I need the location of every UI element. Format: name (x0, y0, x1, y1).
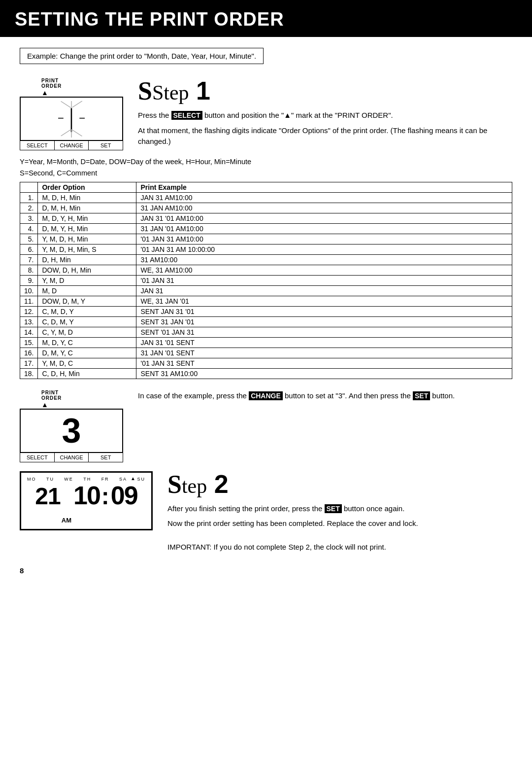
step1-text: Press the SELECT button and position the… (138, 108, 512, 147)
lcd-btn-select-2[interactable]: SELECT (20, 453, 55, 462)
col-order: Order Option (38, 182, 136, 192)
page-title: SETTING THE PRINT ORDER (15, 9, 517, 30)
table-row: 17.Y, M, D, C'01 JAN 31 SENT (20, 358, 512, 368)
table-row-num: 8. (20, 265, 38, 275)
lcd-btn-change-1[interactable]: CHANGE (55, 141, 89, 150)
table-row-order: Y, M, D, C (38, 358, 136, 368)
table-row: 10.M, DJAN 31 (20, 285, 512, 296)
table-row-num: 6. (20, 244, 38, 254)
lcd-btn-select-1[interactable]: SELECT (20, 141, 55, 150)
clock-hour: 10 (73, 483, 100, 508)
table-row: 15.M, D, Y, CJAN 31 '01 SENT (20, 337, 512, 348)
clock-minute: 09 (111, 483, 137, 508)
lcd-display-2: PRINT ORDER ▲ 3 SELECT CHANGE SET (20, 390, 123, 462)
col-num (20, 182, 38, 192)
table-row: 14.C, Y, M, DSENT '01 JAN 31 (20, 327, 512, 337)
lcd-btn-set-2[interactable]: SET (89, 453, 123, 462)
lcd-label-1: PRINT ORDER (20, 78, 123, 89)
col-print: Print Example (136, 182, 512, 192)
table-row-print: '01 JAN 31 AM 10:00:00 (136, 244, 512, 254)
step2-label: Step 2 (167, 471, 512, 497)
table-row-num: 7. (20, 254, 38, 265)
table-row-order: Y, M, D, H, Min (38, 234, 136, 244)
clock-date: 21 (35, 485, 60, 508)
table-row: 8.DOW, D, H, MinWE, 31 AM10:00 (20, 265, 512, 275)
table-row: 2.D, M, H, Min31 JAN AM10:00 (20, 203, 512, 213)
table-row-order: Y, M, D, H, Min, S (38, 244, 136, 254)
table-row-num: 12. (20, 306, 38, 316)
table-row-num: 14. (20, 327, 38, 337)
table-row: 9.Y, M, D'01 JAN 31 (20, 275, 512, 285)
table-row: 4.D, M, Y, H, Min31 JAN '01 AM10:00 (20, 223, 512, 234)
table-row: 16.D, M, Y, C31 JAN '01 SENT (20, 348, 512, 358)
table-row-num: 17. (20, 358, 38, 368)
table-row-num: 13. (20, 316, 38, 327)
lcd-btn-change-2[interactable]: CHANGE (55, 453, 89, 462)
table-row-order: Y, M, D (38, 275, 136, 285)
example-text: Example: Change the print order to "Mont… (27, 52, 256, 60)
table-row-print: JAN 31 (136, 285, 512, 296)
table-row-order: M, D, Y, C (38, 337, 136, 348)
select-highlight-1: SELECT (171, 111, 202, 120)
lcd-arrow-2: ▲ (20, 401, 48, 409)
table-row-num: 3. (20, 213, 38, 223)
lcd-clock-container: MO TU WE TH FR SA SU ▲ 21 AM 10 : 09 (20, 471, 153, 530)
table-row-num: 5. (20, 234, 38, 244)
table-row-print: SENT JAN 31 '01 (136, 306, 512, 316)
clock-top-arrow: ▲ (131, 476, 136, 481)
table-row-print: JAN 31 '01 AM10:00 (136, 213, 512, 223)
lcd-clock-box: MO TU WE TH FR SA SU ▲ 21 AM 10 : 09 (20, 471, 153, 530)
table-row-order: C, D, M, Y (38, 316, 136, 327)
lcd-btn-set-1[interactable]: SET (89, 141, 123, 150)
table-row-print: '01 JAN 31 SENT (136, 358, 512, 368)
table-row-order: D, H, Min (38, 254, 136, 265)
step2-change-text: In case of the example, press the CHANGE… (138, 390, 512, 402)
table-row: 3.M, D, Y, H, MinJAN 31 '01 AM10:00 (20, 213, 512, 223)
table-row-order: M, D, Y, H, Min (38, 213, 136, 223)
table-row-order: M, D (38, 285, 136, 296)
table-row: 11.DOW, D, M, YWE, 31 JAN '01 (20, 296, 512, 306)
lcd-arrow-1: ▲ (20, 89, 48, 97)
table-row-num: 18. (20, 368, 38, 379)
table-row-print: 31 AM10:00 (136, 254, 512, 265)
table-row-order: D, M, Y, H, Min (38, 223, 136, 234)
table-row: 18.C, D, H, MinSENT 31 AM10:00 (20, 368, 512, 379)
table-row-order: C, M, D, Y (38, 306, 136, 316)
clock-colon: : (101, 485, 109, 508)
lcd-buttons-2: SELECT CHANGE SET (20, 453, 123, 462)
table-row-num: 2. (20, 203, 38, 213)
table-row-num: 9. (20, 275, 38, 285)
table-row-print: SENT 31 AM10:00 (136, 368, 512, 379)
lcd-box-1: ╲ | ╱ − | − ╱ | ╲ (20, 97, 123, 141)
table-row-order: D, M, Y, C (38, 348, 136, 358)
table-row: 6.Y, M, D, H, Min, S'01 JAN 31 AM 10:00:… (20, 244, 512, 254)
table-row-print: 31 JAN '01 AM10:00 (136, 223, 512, 234)
table-row-num: 4. (20, 223, 38, 234)
table-row-print: JAN 31 '01 SENT (136, 337, 512, 348)
table-row-order: D, M, H, Min (38, 203, 136, 213)
day-we: WE (64, 477, 73, 482)
table-row-order: DOW, D, H, Min (38, 265, 136, 275)
table-row: 7.D, H, Min31 AM10:00 (20, 254, 512, 265)
clock-am: AM (62, 517, 71, 524)
change-highlight: CHANGE (249, 391, 283, 400)
day-mo: MO (27, 477, 36, 482)
table-row-num: 16. (20, 348, 38, 358)
lcd-buttons-1: SELECT CHANGE SET (20, 141, 123, 150)
table-row-order: C, Y, M, D (38, 327, 136, 337)
table-row-order: M, D, H, Min (38, 192, 136, 203)
page-number: 8 (20, 566, 512, 575)
page-header: SETTING THE PRINT ORDER (0, 0, 532, 37)
table-row-num: 10. (20, 285, 38, 296)
legend: Y=Year, M=Month, D=Date, DOW=Day of the … (20, 156, 512, 179)
step1-label: SStep 1 (138, 78, 512, 104)
table-row-print: 31 JAN AM10:00 (136, 203, 512, 213)
set-highlight-2: SET (325, 504, 342, 513)
table-row-print: '01 JAN 31 (136, 275, 512, 285)
table-row: 13.C, D, M, YSENT 31 JAN '01 (20, 316, 512, 327)
day-su: SU (137, 477, 145, 482)
table-row-num: 11. (20, 296, 38, 306)
table-row-num: 1. (20, 192, 38, 203)
lcd-box-2: 3 (20, 409, 123, 453)
step2-text: After you finish setting the print order… (167, 501, 512, 553)
